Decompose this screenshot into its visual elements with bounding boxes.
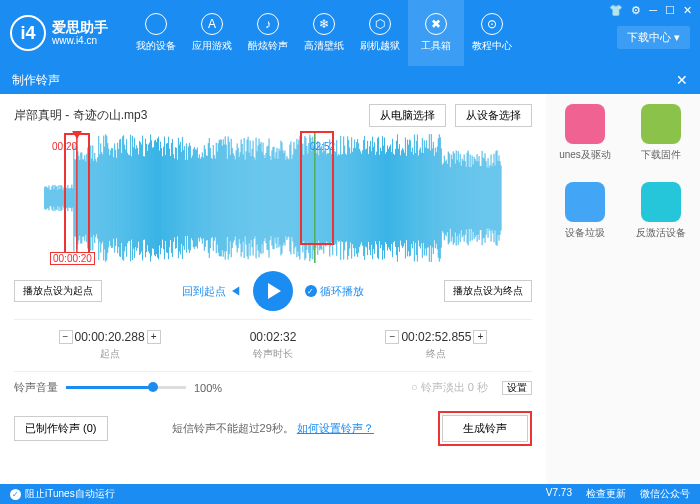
panel-title: 制作铃声 xyxy=(12,72,60,89)
back-to-start-button[interactable]: 回到起点 ◀ xyxy=(182,284,240,299)
volume-slider[interactable] xyxy=(66,386,186,389)
generate-button[interactable]: 生成铃声 xyxy=(442,415,528,442)
nav-icon: ⊙ xyxy=(481,13,503,35)
end-plus[interactable]: + xyxy=(473,330,487,344)
nav-icon xyxy=(145,13,167,35)
fade-label: ○ 铃声淡出 0 秒 xyxy=(411,380,488,395)
highlight-end xyxy=(300,131,334,245)
block-itunes-check-icon[interactable]: ✓ xyxy=(10,489,21,500)
nav-酷炫铃声[interactable]: ♪酷炫铃声 xyxy=(240,0,296,66)
minimize-icon[interactable]: ─ xyxy=(649,4,657,17)
block-itunes-label[interactable]: 阻止iTunes自动运行 xyxy=(25,487,115,501)
side-item[interactable]: 设备垃圾 xyxy=(557,182,613,240)
waveform[interactable]: 00:20 02:52 00:00:20 xyxy=(44,133,502,263)
nav-icon: ✖ xyxy=(425,13,447,35)
highlight-start xyxy=(64,133,90,261)
end-minus[interactable]: − xyxy=(385,330,399,344)
nav-应用游戏[interactable]: A应用游戏 xyxy=(184,0,240,66)
app-logo: i4 爱思助手 www.i4.cn xyxy=(0,15,118,51)
side-icon xyxy=(641,182,681,222)
from-device-button[interactable]: 从设备选择 xyxy=(455,104,532,127)
nav-高清壁纸[interactable]: ❄高清壁纸 xyxy=(296,0,352,66)
app-url: www.i4.cn xyxy=(52,35,108,46)
hint-link[interactable]: 如何设置铃声？ xyxy=(297,422,374,434)
tshirt-icon[interactable]: 👕 xyxy=(609,4,623,17)
side-icon xyxy=(565,182,605,222)
side-icon xyxy=(565,104,605,144)
nav-我的设备[interactable]: 我的设备 xyxy=(128,0,184,66)
side-icon xyxy=(641,104,681,144)
nav-教程中心[interactable]: ⊙教程中心 xyxy=(464,0,520,66)
app-title: 爱思助手 xyxy=(52,20,108,35)
fade-set-button[interactable]: 设置 xyxy=(502,381,532,395)
start-minus[interactable]: − xyxy=(59,330,73,344)
settings-icon[interactable]: ⚙ xyxy=(631,4,641,17)
loop-toggle[interactable]: ✓循环播放 xyxy=(305,284,364,299)
generate-highlight: 生成铃声 xyxy=(438,411,532,446)
side-item[interactable]: 反激活设备 xyxy=(633,182,689,240)
nav-icon: A xyxy=(201,13,223,35)
start-time-block: −00:00:20.288+ 起点 xyxy=(59,330,161,361)
nav-icon: ❄ xyxy=(313,13,335,35)
start-time-box: 00:00:20 xyxy=(50,252,95,265)
play-button[interactable] xyxy=(253,271,293,311)
version-label: V7.73 xyxy=(546,487,572,501)
set-start-button[interactable]: 播放点设为起点 xyxy=(14,280,102,302)
nav-icon: ♪ xyxy=(257,13,279,35)
set-end-button[interactable]: 播放点设为终点 xyxy=(444,280,532,302)
nav-icon: ⬡ xyxy=(369,13,391,35)
maximize-icon[interactable]: ☐ xyxy=(665,4,675,17)
wechat-link[interactable]: 微信公众号 xyxy=(640,487,690,501)
start-plus[interactable]: + xyxy=(147,330,161,344)
volume-label: 铃声音量 xyxy=(14,380,58,395)
hint-text: 短信铃声不能超过29秒。 如何设置铃声？ xyxy=(172,421,374,436)
end-time-block: −00:02:52.855+ 终点 xyxy=(385,330,487,361)
file-name: 岸部真明 - 奇迹の山.mp3 xyxy=(14,107,147,124)
check-update-link[interactable]: 检查更新 xyxy=(586,487,626,501)
nav-工具箱[interactable]: ✖工具箱 xyxy=(408,0,464,66)
duration-block: 00:02:32 铃声时长 xyxy=(250,330,297,361)
logo-icon: i4 xyxy=(10,15,46,51)
play-icon xyxy=(268,283,281,299)
nav-刷机越狱[interactable]: ⬡刷机越狱 xyxy=(352,0,408,66)
close-icon[interactable]: ✕ xyxy=(683,4,692,17)
from-pc-button[interactable]: 从电脑选择 xyxy=(369,104,446,127)
volume-value: 100% xyxy=(194,382,222,394)
side-item[interactable]: unes及驱动 xyxy=(557,104,613,162)
side-item[interactable]: 下载固件 xyxy=(633,104,689,162)
panel-close-icon[interactable]: ✕ xyxy=(676,72,688,88)
download-center-button[interactable]: 下载中心 ▾ xyxy=(617,26,690,49)
made-ringtones-button[interactable]: 已制作铃声 (0) xyxy=(14,416,108,441)
